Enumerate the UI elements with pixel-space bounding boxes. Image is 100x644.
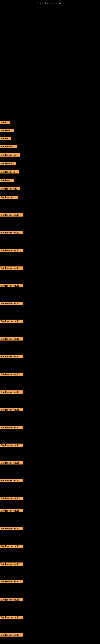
bottleneck-result-item: Bottleneck result	[0, 479, 23, 482]
bottleneck-result-item: Bottleneck result	[0, 527, 23, 530]
cursor-line-2	[0, 113, 0, 117]
bottleneck-result-item: Bottl	[0, 121, 10, 124]
bottleneck-result-item: Bottleneck result	[0, 213, 23, 216]
bottleneck-result-item: Bottleneck result	[0, 461, 23, 464]
bottleneck-result-item: Bottleneck result	[0, 580, 23, 583]
bottleneck-result-item: Bottleneck result	[0, 562, 23, 566]
bottleneck-result-item: Bottleneck result	[0, 598, 23, 601]
bottleneck-result-item: Bottleneck result	[0, 426, 23, 429]
bottleneck-result-item: Bottlenec	[0, 179, 14, 182]
bottleneck-result-item: Bottleneck result	[0, 444, 23, 447]
bottleneck-result-item: Bottleneck result	[0, 284, 23, 288]
bottleneck-result-item: Bottleneck result	[0, 249, 23, 252]
site-title: TheBottlenecker.com	[37, 2, 63, 5]
bottleneck-result-item: Bottleneck result	[0, 231, 23, 234]
bottleneck-result-item: Bottleneck r	[0, 145, 17, 148]
bottleneck-result-item: Bottleneck res	[0, 153, 20, 156]
bottleneck-result-item: Bottleneck result	[0, 355, 23, 358]
bottleneck-result-item: Bottleneck resu	[0, 187, 20, 190]
bottleneck-result-item: Bottleneck result	[0, 390, 23, 394]
cursor-line-1	[0, 100, 0, 105]
bottleneck-result-item: Bottleneck result	[0, 337, 23, 340]
bottleneck-result-item: Bottleneck result	[0, 497, 23, 500]
bottleneck-result-item: Bottleneck result	[0, 509, 23, 512]
bottleneck-result-item: Bottleneck result	[0, 373, 23, 376]
bottleneck-result-item: Bottleneck re	[0, 170, 19, 174]
bottleneck-result-item: Bottleneck result	[0, 408, 23, 411]
bottleneck-result-item: Bottleneck	[0, 162, 16, 165]
bottleneck-result-item: Bottleneck result	[0, 544, 23, 548]
bottleneck-result-item: Bottleneck result	[0, 616, 23, 619]
bottleneck-result-item: Bottlenec	[0, 129, 14, 132]
bottleneck-result-item: Bottleneck result	[0, 320, 23, 323]
bottleneck-result-item: Bottleneck result	[0, 302, 23, 305]
bottleneck-result-item: Bottlen	[0, 137, 11, 140]
bottleneck-result-item: Bottleneck result	[0, 266, 23, 270]
bottleneck-result-item: Bottleneck result	[0, 633, 23, 636]
bottleneck-result-item: Bottleneck r	[0, 196, 18, 199]
